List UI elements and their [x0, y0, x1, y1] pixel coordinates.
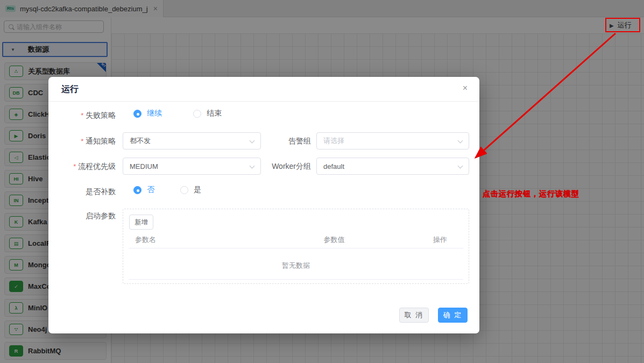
priority-label: 流程优先级 [48, 162, 116, 172]
priority-select[interactable]: MEDIUM [123, 158, 261, 175]
col-operation: 操作 [426, 235, 447, 245]
failure-strategy-radio-group: 继续 结束 [133, 109, 222, 118]
worker-group-select[interactable]: default [316, 158, 469, 175]
radio-continue[interactable]: 继续 [133, 109, 162, 118]
app-root: Rts mysql-cdc2kafka-compatible_debezium_… [0, 0, 644, 363]
empty-state-text: 暂无数据 [123, 261, 469, 271]
params-table-header: 参数名 参数值 操作 [123, 235, 469, 245]
dialog-close-icon[interactable]: × [463, 84, 468, 92]
divider [129, 279, 463, 280]
radio-end[interactable]: 结束 [193, 109, 222, 118]
col-param-name: 参数名 [135, 235, 243, 245]
chevron-down-icon [458, 138, 463, 144]
run-dialog: 运行 × 失败策略 继续 结束 通知策略 都不发 告警组 请选择 流程优先 [48, 77, 479, 333]
failure-strategy-label: 失败策略 [48, 111, 116, 120]
select-value: default [323, 162, 344, 170]
add-param-button[interactable]: 新增 [129, 215, 153, 230]
alert-group-select[interactable]: 请选择 [316, 132, 469, 150]
cancel-button[interactable]: 取 消 [399, 308, 429, 323]
col-param-value: 参数值 [243, 235, 426, 245]
confirm-button[interactable]: 确 定 [438, 308, 468, 323]
radio-label: 结束 [207, 109, 222, 118]
divider [129, 248, 463, 248]
radio-yes[interactable]: 是 [180, 185, 201, 195]
dialog-title: 运行 [61, 77, 79, 102]
select-value: 都不发 [130, 136, 151, 146]
radio-label: 是 [194, 185, 201, 195]
run-button-highlight [605, 18, 640, 32]
select-value: MEDIUM [130, 162, 158, 170]
radio-label: 否 [147, 185, 154, 195]
alert-group-label: 告警组 [250, 137, 311, 146]
radio-selected-icon [133, 186, 141, 194]
radio-unselected-icon [180, 186, 188, 194]
worker-group-label: Worker分组 [250, 162, 311, 172]
startup-params-label: 启动参数 [48, 211, 116, 221]
notify-strategy-label: 通知策略 [48, 137, 116, 146]
select-placeholder: 请选择 [323, 136, 344, 146]
chevron-down-icon [458, 163, 463, 169]
startup-params-panel: 新增 参数名 参数值 操作 暂无数据 [123, 209, 469, 284]
backfill-label: 是否补数 [48, 187, 116, 197]
radio-no[interactable]: 否 [133, 185, 154, 195]
radio-selected-icon [133, 110, 141, 118]
notify-strategy-select[interactable]: 都不发 [123, 132, 261, 150]
annotation-note: 点击运行按钮，运行该模型 [483, 189, 579, 199]
dialog-header: 运行 × [48, 77, 479, 102]
radio-label: 继续 [147, 109, 162, 118]
backfill-radio-group: 否 是 [133, 185, 201, 195]
radio-unselected-icon [193, 110, 201, 118]
